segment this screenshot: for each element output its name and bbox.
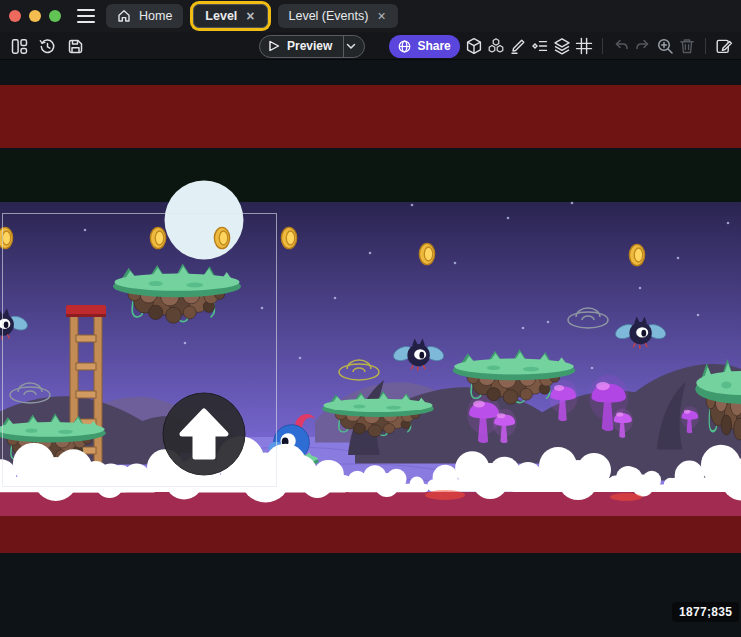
star [591, 367, 594, 370]
preview-split-divider [343, 36, 344, 57]
instances-list-icon[interactable] [531, 37, 549, 55]
coin[interactable] [629, 244, 644, 265]
lava-glow[interactable] [425, 490, 465, 500]
gdevelop-window: { "window": { "traffic_lights": { "close… [0, 0, 741, 637]
invisible-object-outline[interactable] [10, 383, 50, 403]
toolbar-center-group: Preview Share [259, 32, 460, 60]
bat-enemy[interactable] [391, 338, 445, 370]
scene-sprites [0, 60, 741, 637]
coin[interactable] [150, 227, 165, 248]
delete-icon[interactable] [678, 37, 696, 55]
tab-label: Level (Events) [289, 9, 369, 23]
scene-properties-icon[interactable] [715, 37, 733, 55]
jump-button-sprite[interactable] [163, 393, 245, 475]
zoom-window-button[interactable] [49, 10, 61, 22]
cursor-coordinates-badge: 1877;835 [672, 602, 739, 622]
bat-enemy[interactable] [613, 316, 667, 348]
lava-glow[interactable] [610, 493, 642, 501]
play-icon [268, 40, 280, 52]
scene-editor-canvas[interactable]: 1877;835 [0, 60, 741, 637]
star [454, 262, 457, 265]
floating-island[interactable] [113, 263, 241, 323]
save-icon[interactable] [66, 37, 84, 55]
tab-home[interactable]: Home [106, 4, 183, 28]
edit-icon[interactable] [509, 37, 527, 55]
zoom-in-icon[interactable] [656, 37, 674, 55]
star [261, 307, 264, 310]
object-groups-icon[interactable] [487, 37, 505, 55]
toolbar-right-group [465, 32, 733, 60]
close-window-button[interactable] [9, 10, 21, 22]
tab-bar: Home Level × Level (Events) × [0, 0, 741, 32]
close-tab-icon[interactable]: × [376, 9, 386, 23]
star [727, 222, 730, 225]
coin[interactable] [281, 227, 296, 248]
hamburger-icon[interactable] [77, 9, 95, 23]
star [697, 314, 700, 317]
undo-icon[interactable] [612, 37, 630, 55]
window-controls [9, 10, 61, 22]
bat-enemy[interactable] [0, 308, 30, 339]
toolbar-left-group [10, 32, 84, 60]
tab-label: Level [205, 9, 237, 23]
tab-label: Home [139, 9, 172, 23]
star [334, 297, 337, 300]
share-label: Share [417, 39, 450, 53]
layers-icon[interactable] [553, 37, 571, 55]
coin[interactable] [419, 243, 434, 264]
cloud[interactable] [345, 465, 429, 497]
star [369, 252, 372, 255]
redo-icon[interactable] [634, 37, 652, 55]
preview-label: Preview [287, 39, 332, 53]
star [522, 327, 525, 330]
globe-icon [398, 40, 411, 53]
invisible-object-outline[interactable] [339, 360, 379, 380]
tab-strip: Home Level × Level (Events) × [106, 4, 398, 28]
tab-level[interactable]: Level × [193, 4, 267, 28]
toolbar-divider [602, 38, 603, 54]
toolbar-divider [705, 38, 706, 54]
star [411, 204, 414, 207]
close-tab-icon[interactable]: × [245, 9, 255, 23]
star [184, 342, 187, 345]
invisible-object-outline[interactable] [568, 308, 608, 328]
coin[interactable] [214, 227, 229, 248]
objects-icon[interactable] [465, 37, 483, 55]
star [571, 202, 574, 205]
star [299, 357, 302, 360]
tab-level-events[interactable]: Level (Events) × [278, 4, 398, 28]
star [84, 229, 87, 232]
chevron-down-icon[interactable] [346, 43, 356, 50]
star [547, 321, 550, 324]
star [677, 257, 680, 260]
grid-icon[interactable] [575, 37, 593, 55]
moon[interactable] [165, 181, 244, 260]
share-button[interactable]: Share [389, 35, 459, 58]
home-icon [117, 9, 131, 23]
panels-icon[interactable] [10, 37, 28, 55]
star [507, 217, 510, 220]
star [639, 287, 642, 290]
preview-button[interactable]: Preview [259, 35, 365, 58]
minimize-window-button[interactable] [29, 10, 41, 22]
history-icon[interactable] [38, 37, 56, 55]
coin[interactable] [0, 227, 13, 248]
toolbar: Preview Share [0, 32, 741, 60]
